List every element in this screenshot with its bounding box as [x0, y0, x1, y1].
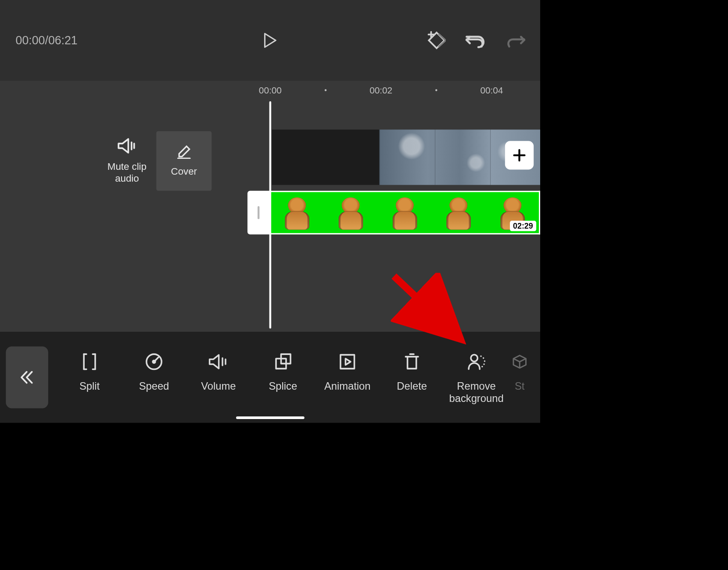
- svg-line-0: [394, 276, 456, 335]
- volume-icon: [208, 352, 229, 371]
- undo-icon: [465, 32, 485, 48]
- animation-icon: [338, 352, 357, 371]
- undo-button[interactable]: [464, 29, 487, 52]
- plus-icon: [512, 148, 527, 163]
- splice-icon: [273, 352, 292, 371]
- chevron-double-left-icon: [19, 369, 35, 385]
- tool-label: Remove background: [449, 380, 503, 405]
- playback-bar: 00:00/06:21: [0, 0, 540, 81]
- cover-label: Cover: [171, 166, 197, 178]
- home-indicator: [236, 416, 305, 419]
- keyframe-button[interactable]: [423, 29, 446, 52]
- mute-label-line2: audio: [115, 173, 139, 183]
- speed-button[interactable]: Speed: [122, 350, 186, 392]
- delete-button[interactable]: Delete: [380, 350, 444, 392]
- mute-label-line1: Mute clip: [108, 161, 147, 172]
- keyframe-add-icon: [423, 31, 446, 50]
- speed-icon: [144, 352, 163, 371]
- cover-button[interactable]: Cover: [156, 131, 212, 191]
- splice-button[interactable]: Splice: [251, 350, 315, 392]
- clip-duration-badge: 02:29: [510, 221, 536, 231]
- ruler-tick-label: 00:00: [259, 85, 282, 96]
- split-icon: [80, 352, 99, 371]
- split-button[interactable]: Split: [57, 350, 122, 392]
- tool-label: Split: [79, 380, 100, 392]
- play-button[interactable]: [260, 31, 280, 50]
- main-track[interactable]: [272, 129, 540, 185]
- svg-rect-5: [341, 355, 355, 369]
- playhead[interactable]: [269, 101, 271, 329]
- style-button[interactable]: St: [509, 350, 531, 392]
- time-readout: 00:00/06:21: [16, 33, 78, 47]
- ruler-tick-dot: [435, 89, 437, 91]
- speaker-icon: [117, 138, 137, 154]
- editor-screen: 00:00/06:21: [0, 0, 540, 423]
- tool-label: Animation: [324, 380, 371, 392]
- clip-thumbnail-tiger: [332, 195, 369, 231]
- svg-point-2: [153, 360, 155, 363]
- animation-button[interactable]: Animation: [315, 350, 380, 392]
- clip-side-options: Mute clip audio Cover: [98, 131, 212, 191]
- pencil-icon: [177, 144, 191, 159]
- tool-label: Speed: [139, 380, 169, 392]
- overlay-track[interactable]: 02:29: [247, 191, 540, 234]
- clip-thumbnail-tiger: [385, 195, 423, 231]
- tool-label: Delete: [397, 380, 427, 392]
- clip-thumbnail-tiger: [439, 195, 477, 231]
- redo-button[interactable]: [504, 29, 527, 52]
- time-ruler[interactable]: 00:00 00:02 00:04: [0, 81, 540, 100]
- ruler-tick-label: 00:04: [480, 85, 503, 96]
- cube-icon: [512, 354, 527, 369]
- ruler-tick-dot: [325, 89, 326, 91]
- back-button[interactable]: [6, 346, 48, 408]
- add-clip-button[interactable]: [505, 141, 534, 169]
- volume-button[interactable]: Volume: [186, 350, 251, 392]
- clip-thumbnails: [269, 192, 539, 233]
- clip-thumbnail-tiger: [278, 195, 316, 231]
- mute-clip-audio-button[interactable]: Mute clip audio: [98, 131, 157, 191]
- bottom-toolbar: Split Speed: [0, 332, 540, 423]
- ruler-tick-label: 00:02: [369, 85, 392, 96]
- svg-point-6: [471, 355, 477, 361]
- main-clip-blank[interactable]: [272, 129, 380, 185]
- tool-label: Splice: [269, 380, 297, 392]
- redo-icon: [506, 32, 526, 48]
- play-icon: [263, 33, 277, 48]
- tool-label: Volume: [201, 380, 236, 392]
- clip-trim-handle-left[interactable]: [247, 191, 269, 234]
- remove-background-button[interactable]: Remove background: [444, 350, 509, 405]
- tool-label: St: [515, 380, 524, 392]
- overlay-clip-greenscreen[interactable]: 02:29: [269, 191, 540, 234]
- trash-icon: [402, 352, 421, 371]
- timeline[interactable]: 00:00 00:02 00:04 Mute clip audio: [0, 81, 540, 332]
- remove-background-icon: [466, 352, 487, 371]
